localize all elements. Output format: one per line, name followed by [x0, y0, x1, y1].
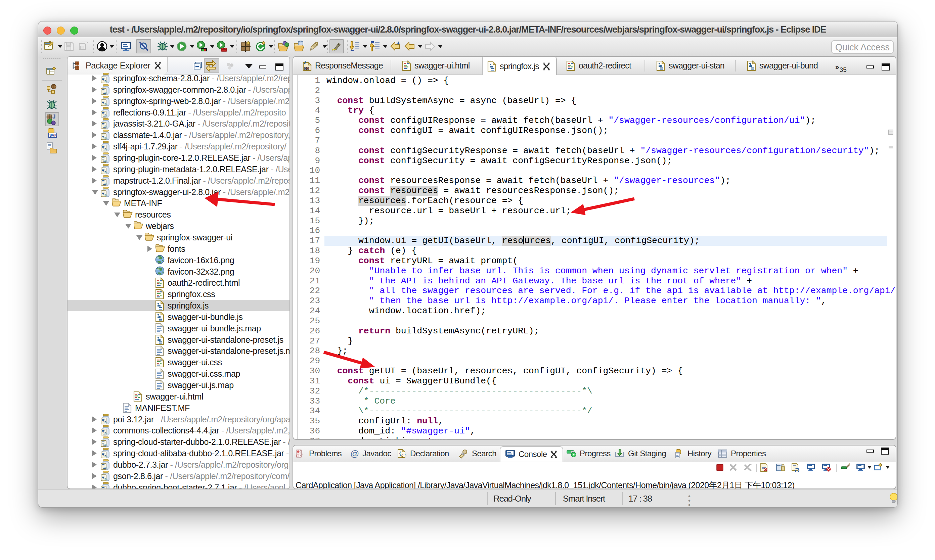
svg-text:10: 10 [103, 421, 106, 424]
svg-text:10: 10 [103, 193, 106, 197]
svg-text:10: 10 [103, 159, 106, 163]
svg-text:J: J [52, 114, 55, 120]
svg-text:10: 10 [103, 102, 106, 106]
svg-text:10: 10 [103, 136, 106, 140]
svg-text:10: 10 [103, 171, 106, 174]
svg-text:SVN: SVN [49, 133, 57, 137]
svg-text:10: 10 [103, 182, 106, 185]
svg-text:10: 10 [103, 114, 106, 117]
svg-text:10: 10 [103, 91, 106, 94]
svg-text:10: 10 [103, 455, 106, 458]
svg-text:10: 10 [103, 477, 106, 481]
svg-text:10: 10 [103, 432, 106, 435]
svg-text:10: 10 [103, 443, 106, 446]
svg-text:J: J [303, 60, 306, 65]
svg-text:{..}: {..} [399, 451, 407, 456]
svg-text:10: 10 [103, 125, 106, 128]
svg-text:10: 10 [103, 148, 106, 151]
svg-text:10: 10 [103, 466, 106, 469]
svg-text:10: 10 [103, 80, 106, 83]
svg-text:010: 010 [304, 67, 309, 71]
